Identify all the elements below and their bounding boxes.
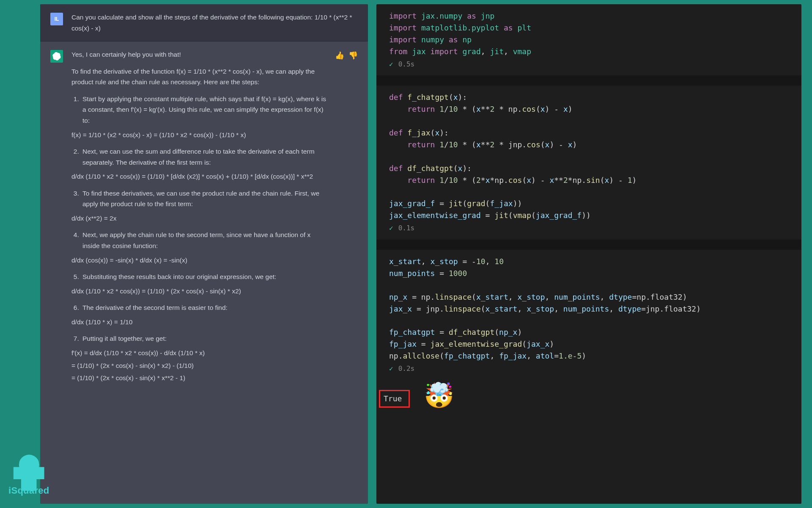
feedback-row: 👍 👎 <box>335 51 358 496</box>
user-prompt-text: Can you calculate and show all the steps… <box>71 12 358 33</box>
cell-2-status: ✓ 0.1s <box>389 221 789 236</box>
code-cell-2[interactable]: def f_chatgpt(x): return 1/10 * (x**2 * … <box>376 86 801 240</box>
step-2: Next, we can use the sum and difference … <box>81 146 326 168</box>
check-icon: ✓ <box>389 223 393 234</box>
step-3: To find these derivatives, we can use th… <box>81 188 326 210</box>
step-7: Putting it all together, we get: <box>81 333 326 344</box>
eq-7b: = (1/10) * (2x * cos(x) - sin(x) * x2) -… <box>71 360 326 371</box>
assistant-message: Yes, I can certainly help you with that!… <box>40 41 368 504</box>
output-true: True <box>379 390 410 408</box>
assistant-body: Yes, I can certainly help you with that!… <box>71 49 326 496</box>
step-5: Substituting these results back into our… <box>81 271 326 282</box>
check-icon: ✓ <box>389 364 393 374</box>
check-icon: ✓ <box>389 59 393 70</box>
eq-7c: = (1/10) * (2x * cos(x) - sin(x) * x**2 … <box>71 373 326 384</box>
cell-3-status: ✓ 0.2s <box>389 362 789 377</box>
assistant-intro: Yes, I can certainly help you with that! <box>71 49 326 60</box>
thumbs-down-icon[interactable]: 👎 <box>348 51 358 496</box>
mind-blown-emoji: 🤯 <box>424 381 454 410</box>
user-message: IL Can you calculate and show all the st… <box>40 4 368 41</box>
code-cell-3[interactable]: x_start, x_stop = -10, 10 num_points = 1… <box>376 250 801 380</box>
logo-text: iSquared <box>8 485 49 496</box>
cell-1-time: 0.5s <box>398 59 415 70</box>
isquared-logo: ⬤▜▛ iSquared <box>8 456 49 496</box>
eq-4: d/dx (cos(x)) = -sin(x) * d/dx (x) = -si… <box>71 255 326 266</box>
cell-separator <box>376 240 801 250</box>
cell-separator <box>376 75 801 86</box>
cell-1-status: ✓ 0.5s <box>389 58 789 72</box>
assistant-p1: To find the derivative of the function f… <box>71 66 326 88</box>
eq-7a: f'(x) = d/dx (1/10 * x2 * cos(x)) - d/dx… <box>71 348 326 359</box>
step-6: The derivative of the second term is eas… <box>81 302 326 313</box>
cell-3-time: 0.2s <box>398 364 415 374</box>
eq-6: d/dx (1/10 * x) = 1/10 <box>71 317 326 328</box>
cell-2-time: 0.1s <box>398 223 415 234</box>
user-avatar: IL <box>50 13 63 25</box>
assistant-avatar <box>50 50 63 63</box>
eq-5: d/dx (1/10 * x2 * cos(x)) = (1/10) * (2x… <box>71 286 326 297</box>
thumbs-up-icon[interactable]: 👍 <box>335 51 344 496</box>
logo-icon: ⬤▜▛ <box>8 456 49 487</box>
eq-2: d/dx (1/10 * x2 * cos(x)) = (1/10) * [d/… <box>71 171 326 182</box>
chat-panel: IL Can you calculate and show all the st… <box>40 4 368 504</box>
code-panel: import jax.numpy as jnp import matplotli… <box>376 4 801 504</box>
code-cell-1[interactable]: import jax.numpy as jnp import matplotli… <box>376 4 801 75</box>
step-1: Start by applying the constant multiple … <box>81 94 326 126</box>
eq-1: f(x) = 1/10 * (x2 * cos(x) - x) = (1/10 … <box>71 130 326 141</box>
eq-3: d/dx (x**2) = 2x <box>71 213 326 224</box>
step-4: Next, we apply the chain rule to the sec… <box>81 229 326 251</box>
